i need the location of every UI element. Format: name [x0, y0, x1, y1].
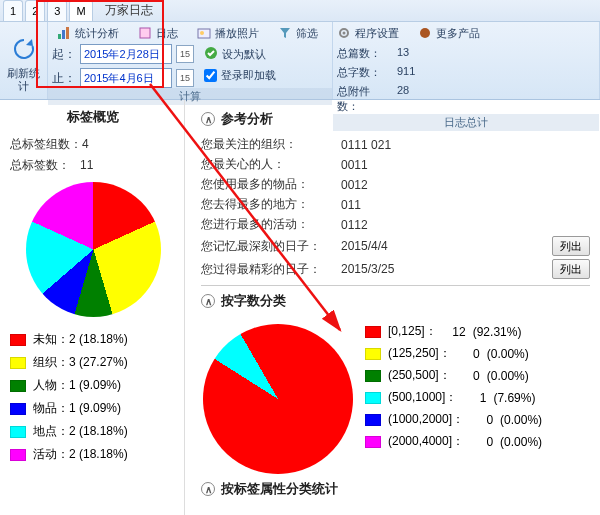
wc-pct: (0.00%) — [487, 347, 529, 361]
wc-legend-item: (1000,2000]：0(0.00%) — [365, 411, 542, 428]
date-from-label: 起： — [52, 46, 76, 63]
date-to-input[interactable] — [80, 68, 172, 88]
wc-legend-item: (125,250]：0(0.00%) — [365, 345, 542, 362]
legend-item: 地点：2 (18.18%) — [10, 423, 176, 440]
more-label: 更多产品 — [436, 26, 480, 41]
settings-button[interactable]: 程序设置 — [332, 24, 403, 42]
refresh-stats-button[interactable]: 刷新统计 — [3, 33, 45, 91]
legend-swatch — [10, 426, 26, 438]
app-title: 万家日志 — [105, 2, 153, 19]
ref-row: 您进行最多的活动：0112 — [201, 216, 590, 233]
legend-label: 人物：1 (9.09%) — [33, 377, 121, 394]
main-content: 标签概览 总标签组数：4 总标签数： 11 未知：2 (18.18%)组织：3 … — [0, 100, 600, 515]
total-chars-label: 总字数： — [337, 65, 391, 80]
collapse-attr-icon[interactable]: ∧ — [201, 482, 215, 496]
wc-pct: (0.00%) — [500, 435, 542, 449]
wc-range: (250,500]： — [388, 367, 451, 384]
ref-key: 您使用最多的物品： — [201, 176, 341, 193]
legend-label: 物品：1 (9.09%) — [33, 400, 121, 417]
total-chars-value: 911 — [397, 65, 415, 80]
diary-icon — [137, 25, 153, 41]
svg-rect-3 — [140, 28, 150, 38]
date-from-input[interactable] — [80, 44, 172, 64]
attr-panel-title: 按标签属性分类统计 — [221, 480, 338, 498]
legend-label: 活动：2 (18.18%) — [33, 446, 128, 463]
ref-analysis-grid: 您最关注的组织：0111 021您最关心的人：0011您使用最多的物品：0012… — [201, 136, 590, 279]
wc-count: 0 — [458, 369, 480, 383]
photo-label: 播放照片 — [215, 26, 259, 41]
date-to-label: 止： — [52, 70, 76, 87]
photo-icon — [196, 25, 212, 41]
collapse-ref-icon[interactable]: ∧ — [201, 112, 215, 126]
refresh-label: 刷新统计 — [3, 67, 45, 91]
wc-count: 1 — [464, 391, 486, 405]
wc-range: (125,250]： — [388, 345, 451, 362]
calendar-from-icon[interactable]: 15 — [176, 45, 194, 63]
ref-row: 您去得最多的地方：011 — [201, 196, 590, 213]
svg-point-8 — [420, 28, 430, 38]
divider — [201, 285, 590, 286]
wc-range: (1000,2000]： — [388, 411, 464, 428]
wc-legend-item: (250,500]：0(0.00%) — [365, 367, 542, 384]
ref-value: 2015/4/4 — [341, 239, 431, 253]
legend-label: 组织：3 (27.27%) — [33, 354, 128, 371]
load-on-login-input[interactable] — [204, 69, 217, 82]
load-on-login-label: 登录即加载 — [221, 68, 276, 83]
legend-swatch — [365, 370, 381, 382]
diary-label: 日志 — [156, 26, 178, 41]
legend-label: 地点：2 (18.18%) — [33, 423, 128, 440]
wc-count: 0 — [458, 347, 480, 361]
window-tab-2[interactable]: 2 — [25, 0, 45, 21]
wc-pct: (7.69%) — [493, 391, 535, 405]
tags-panel-title: 标签概览 — [10, 108, 176, 126]
calendar-to-icon[interactable]: 15 — [176, 69, 194, 87]
legend-item: 组织：3 (27.27%) — [10, 354, 176, 371]
ref-row: 您最关注的组织：0111 021 — [201, 136, 590, 153]
legend-swatch — [365, 326, 381, 338]
set-default-checkbox[interactable]: 设为默认 — [204, 46, 276, 62]
legend-item: 未知：2 (18.18%) — [10, 331, 176, 348]
wc-range: [0,125]： — [388, 323, 437, 340]
filter-button[interactable]: 筛选 — [273, 24, 322, 42]
svg-point-7 — [343, 32, 346, 35]
ref-value: 0011 — [341, 158, 431, 172]
ref-key: 您过得最精彩的日子： — [201, 261, 341, 278]
tags-pie-chart — [26, 182, 161, 317]
stats-analysis-button[interactable]: 统计分析 — [52, 24, 123, 42]
set-default-label: 设为默认 — [222, 47, 266, 62]
list-button[interactable]: 列出 — [552, 259, 590, 279]
refresh-icon — [8, 33, 40, 65]
collapse-wc-icon[interactable]: ∧ — [201, 294, 215, 308]
window-tab-m[interactable]: M — [69, 0, 92, 21]
window-tabs: 1 2 3 M — [3, 0, 95, 21]
window-tab-3[interactable]: 3 — [47, 0, 67, 21]
total-groups-value: 4 — [82, 137, 89, 151]
svg-point-5 — [200, 31, 204, 35]
filter-label: 筛选 — [296, 26, 318, 41]
wc-legend-item: (500,1000]：1(7.69%) — [365, 389, 542, 406]
svg-rect-2 — [66, 27, 69, 39]
legend-label: 未知：2 (18.18%) — [33, 331, 128, 348]
legend-swatch — [365, 348, 381, 360]
wordcount-legend: [0,125]：12(92.31%)(125,250]：0(0.00%)(250… — [365, 318, 542, 474]
ref-key: 您记忆最深刻的日子： — [201, 238, 341, 255]
wc-legend-item: (2000,4000]：0(0.00%) — [365, 433, 542, 450]
diary-button[interactable]: 日志 — [133, 24, 182, 42]
ref-key: 您去得最多的地方： — [201, 196, 341, 213]
ref-value: 011 — [341, 198, 431, 212]
total-groups-label: 总标签组数： — [10, 137, 82, 151]
window-tab-1[interactable]: 1 — [3, 0, 23, 21]
load-on-login-checkbox[interactable]: 登录即加载 — [204, 68, 276, 83]
ref-row: 您记忆最深刻的日子：2015/4/4列出 — [201, 236, 590, 256]
photo-button[interactable]: 播放照片 — [192, 24, 263, 42]
svg-rect-4 — [198, 29, 210, 38]
legend-swatch — [365, 392, 381, 404]
wc-legend-item: [0,125]：12(92.31%) — [365, 323, 542, 340]
more-button[interactable]: 更多产品 — [413, 24, 484, 42]
total-entries-value: 13 — [397, 46, 409, 61]
ref-value: 0112 — [341, 218, 431, 232]
wc-pct: (0.00%) — [487, 369, 529, 383]
list-button[interactable]: 列出 — [552, 236, 590, 256]
settings-label: 程序设置 — [355, 26, 399, 41]
more-icon — [417, 25, 433, 41]
